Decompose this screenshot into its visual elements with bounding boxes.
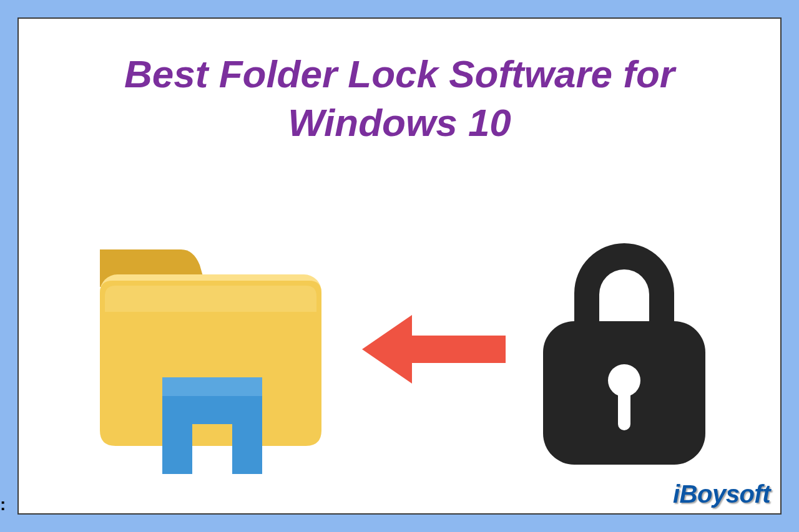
stray-colon: :: [0, 495, 6, 515]
outer-border: Best Folder Lock Software for Windows 10: [0, 0, 799, 532]
arrow-left-icon: [362, 312, 506, 387]
folder-icon: [75, 218, 343, 480]
graphic-row: [19, 212, 780, 486]
svg-rect-4: [618, 387, 630, 430]
brand-logo: iBoysoft: [673, 480, 770, 508]
content-panel: Best Folder Lock Software for Windows 10: [17, 17, 782, 515]
svg-marker-1: [362, 315, 506, 384]
page-title: Best Folder Lock Software for Windows 10: [19, 50, 780, 147]
lock-icon: [524, 225, 724, 474]
